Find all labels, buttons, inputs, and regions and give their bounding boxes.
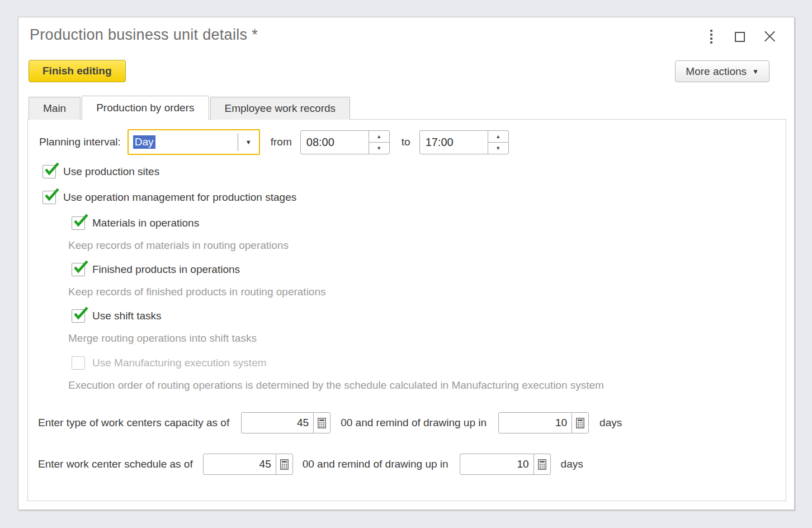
checkbox-label: Materials in operations (92, 217, 199, 229)
checkbox-label: Use operation management for production … (63, 191, 296, 204)
calculator-icon[interactable] (534, 454, 550, 474)
tab-main[interactable]: Main (29, 97, 81, 120)
kebab-menu-icon[interactable] (707, 27, 716, 46)
maximize-icon[interactable] (735, 32, 745, 42)
tab-production-by-orders[interactable]: Production by orders (82, 96, 209, 120)
schedule-remind-value[interactable]: 10 (460, 454, 534, 474)
checkbox-description: Execution order of routing operations is… (68, 379, 604, 392)
spin-down-icon[interactable]: ▼ (488, 143, 508, 154)
checkbox-label: Finished products in operations (92, 263, 240, 276)
checkbox-description: Keep records of materials in routing ope… (68, 239, 289, 252)
checkbox-label: Use Manufacturing execution system (92, 357, 267, 369)
checkbox-use-operation-management[interactable]: Use operation management for production … (43, 191, 296, 204)
planning-interval-select[interactable]: Day ▼ (128, 129, 260, 155)
spin-up-icon[interactable]: ▲ (369, 131, 389, 143)
more-actions-label: More actions (686, 65, 747, 78)
planning-interval-value: Day (133, 135, 155, 149)
checkbox-use-shift-tasks[interactable]: Use shift tasks (72, 309, 162, 323)
schedule-row: Enter work center schedule as of 45 00 a… (38, 453, 583, 475)
capacity-middle-text: 00 and remind of drawing up in (341, 417, 487, 429)
checkbox-materials-in-operations[interactable]: Materials in operations (72, 216, 199, 230)
capacity-remind-value[interactable]: 10 (499, 413, 572, 433)
calculator-icon[interactable] (313, 413, 330, 433)
window-controls (707, 27, 776, 46)
checkbox-description: Merge routing operations into shift task… (68, 332, 257, 345)
checkbox-use-manufacturing-execution-system: Use Manufacturing execution system (72, 356, 267, 370)
capacity-days-label: days (599, 417, 622, 429)
chevron-down-icon: ▼ (752, 68, 759, 76)
checkbox-checked-icon (72, 216, 85, 230)
checkbox-checked-icon (43, 191, 56, 204)
checkbox-label: Use shift tasks (92, 310, 162, 322)
checkbox-description: Keep records of finished products in rou… (68, 286, 326, 298)
checkbox-label: Use production sites (63, 166, 159, 178)
more-actions-button[interactable]: More actions ▼ (675, 60, 769, 82)
dialog-window: Production business unit details * Finis… (18, 17, 795, 510)
from-time-input[interactable]: 08:00 ▲ ▼ (300, 130, 390, 154)
schedule-input[interactable]: 45 (203, 454, 293, 475)
planning-interval-label: Planning interval: (39, 136, 121, 148)
tab-bar: Main Production by orders Employee work … (29, 96, 351, 120)
spin-up-icon[interactable]: ▲ (488, 131, 508, 143)
checkbox-finished-products-in-operations[interactable]: Finished products in operations (72, 263, 240, 276)
from-time-value[interactable]: 08:00 (301, 131, 369, 154)
schedule-label: Enter work center schedule as of (38, 458, 193, 470)
to-time-input[interactable]: 17:00 ▲ ▼ (419, 130, 509, 154)
capacity-input[interactable]: 45 (241, 412, 331, 433)
checkbox-unchecked-icon (72, 356, 85, 370)
capacity-row: Enter type of work centers capacity as o… (38, 412, 622, 434)
tab-employee-work-records[interactable]: Employee work records (210, 97, 351, 120)
capacity-label: Enter type of work centers capacity as o… (38, 417, 229, 429)
from-label: from (271, 136, 292, 148)
checkbox-checked-icon (72, 309, 85, 323)
checkbox-use-production-sites[interactable]: Use production sites (43, 165, 159, 178)
schedule-value[interactable]: 45 (204, 454, 276, 474)
dropdown-arrow-icon[interactable]: ▼ (238, 133, 259, 151)
page-title: Production business unit details * (30, 26, 258, 44)
finish-editing-button[interactable]: Finish editing (29, 60, 126, 82)
spin-down-icon[interactable]: ▼ (369, 143, 389, 154)
schedule-middle-text: 00 and remind of drawing up in (303, 458, 449, 470)
calculator-icon[interactable] (276, 454, 292, 474)
calculator-icon[interactable] (572, 413, 588, 433)
planning-interval-row: Planning interval: Day ▼ from 08:00 ▲ ▼ … (39, 129, 509, 155)
to-label: to (402, 136, 410, 148)
tab-panel: Planning interval: Day ▼ from 08:00 ▲ ▼ … (27, 119, 786, 501)
schedule-days-label: days (561, 458, 583, 470)
schedule-remind-input[interactable]: 10 (460, 454, 551, 475)
close-icon[interactable] (764, 31, 776, 43)
capacity-remind-input[interactable]: 10 (498, 412, 589, 433)
capacity-value[interactable]: 45 (242, 413, 313, 433)
checkbox-checked-icon (43, 165, 56, 178)
checkbox-checked-icon (72, 263, 85, 276)
to-time-value[interactable]: 17:00 (420, 131, 488, 154)
